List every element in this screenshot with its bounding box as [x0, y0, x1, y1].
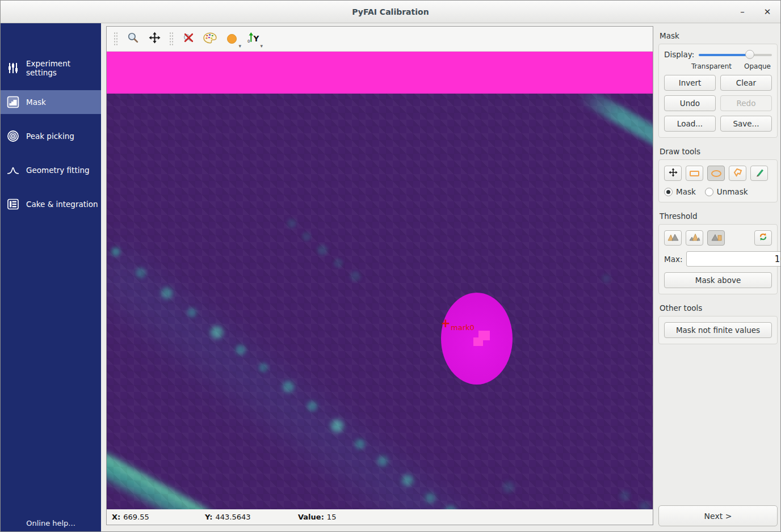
sidebar-item-label: Experiment settings — [26, 59, 101, 77]
sidebar-item-label: Geometry fitting — [26, 166, 90, 175]
other-tools-section-title: Other tools — [660, 303, 778, 313]
pan-tool-button[interactable] — [145, 31, 163, 48]
clear-button[interactable]: Clear — [720, 75, 772, 91]
mask-color-button[interactable]: ▾ — [222, 31, 241, 48]
sidebar-item-geometry-fitting[interactable]: Geometry fitting — [1, 158, 101, 182]
plot-panel: ▾ Y0 ▾ + mark0 X:669.55 — [106, 26, 653, 525]
sidebar-item-cake-integration[interactable]: Cake & integration — [1, 192, 101, 216]
mask-between-threshold-button[interactable] — [686, 230, 703, 246]
mask-histogram-icon — [6, 95, 20, 109]
y-axis-orientation-icon: Y0 — [247, 32, 260, 46]
zoom-tool-button[interactable] — [124, 31, 142, 48]
unmask-radio[interactable]: Unmask — [705, 187, 748, 196]
next-button[interactable]: Next > — [658, 505, 778, 526]
toolbar-grip — [169, 32, 174, 47]
window-controls: – ✕ — [736, 1, 774, 23]
transparent-label: Transparent — [691, 62, 732, 70]
svg-text:Y: Y — [253, 34, 259, 43]
mask-above-histogram-icon — [711, 233, 722, 243]
sidebar-item-experiment-settings[interactable]: Experiment settings — [1, 56, 101, 80]
mask-between-histogram-icon — [689, 233, 700, 243]
other-tools-groupbox: Mask not finite values — [658, 316, 778, 344]
invert-button[interactable]: Invert — [664, 75, 716, 91]
mask-above-button[interactable]: Mask above — [664, 272, 772, 288]
ellipse-icon — [711, 170, 721, 177]
threshold-groupbox: Max: Mask above — [658, 224, 778, 294]
threshold-max-input[interactable] — [686, 251, 781, 267]
cursor-value-readout: Value:15 — [298, 513, 336, 521]
plot-statusbar: X:669.55 Y:443.5643 Value:15 — [107, 509, 653, 525]
mask-above-threshold-button[interactable] — [707, 230, 725, 246]
hot-pixel-spot — [473, 337, 483, 346]
concentric-rings-icon — [6, 129, 20, 143]
window-title: PyFAI Calibration — [352, 7, 429, 16]
mask-groupbox: Display: Transparent Opaque Invert Clear… — [658, 44, 778, 138]
rectangle-icon — [690, 171, 699, 176]
rectangle-tool-button[interactable] — [686, 166, 703, 181]
sidebar-item-peak-picking[interactable]: Peak picking — [1, 124, 101, 148]
radio-circle — [705, 188, 713, 196]
refresh-histogram-button[interactable] — [754, 230, 772, 246]
cursor-y-readout: Y:443.5643 — [205, 513, 298, 521]
draw-tools-section-title: Draw tools — [660, 147, 778, 156]
title-bar: PyFAI Calibration – ✕ — [1, 1, 780, 23]
mask-radio-label: Mask — [676, 187, 696, 196]
pan-draw-tool-button[interactable] — [664, 166, 682, 181]
close-button[interactable]: ✕ — [761, 6, 774, 18]
unmask-radio-label: Unmask — [717, 187, 748, 196]
peak-curve-icon — [6, 163, 20, 177]
mask-not-finite-button[interactable]: Mask not finite values — [664, 322, 772, 338]
svg-text:0: 0 — [247, 39, 250, 44]
sidebar-item-label: Cake & integration — [26, 200, 98, 209]
radio-circle — [664, 188, 673, 196]
mask-radio[interactable]: Mask — [664, 187, 696, 196]
zoom-icon — [127, 32, 139, 46]
ellipse-tool-button[interactable] — [707, 166, 725, 181]
pan-icon — [149, 32, 161, 46]
zoom-reset-icon — [183, 32, 195, 46]
sliders-icon — [6, 61, 20, 75]
colormap-button[interactable] — [201, 31, 219, 48]
app-window: PyFAI Calibration – ✕ Experiment setting… — [0, 0, 781, 532]
detector-image-canvas[interactable]: + mark0 — [107, 52, 653, 509]
minimize-button[interactable]: – — [736, 6, 749, 18]
zoom-reset-button[interactable] — [179, 31, 198, 48]
polygon-icon — [733, 168, 743, 179]
mark0-cross-icon: + — [439, 317, 452, 330]
mask-below-histogram-icon — [667, 233, 679, 243]
chevron-down-icon: ▾ — [260, 43, 263, 49]
cake-integration-icon — [6, 197, 20, 211]
refresh-icon — [758, 232, 768, 244]
pencil-tool-button[interactable] — [750, 166, 768, 181]
save-button[interactable]: Save... — [720, 116, 772, 132]
mask-opacity-slider[interactable] — [699, 50, 772, 59]
sidebar-item-label: Peak picking — [26, 132, 74, 141]
pan-icon — [669, 168, 678, 179]
mask-section-title: Mask — [660, 31, 778, 40]
slider-fill — [699, 54, 750, 56]
chevron-down-icon: ▾ — [238, 43, 241, 49]
sidebar-item-mask[interactable]: Mask — [1, 90, 101, 114]
opaque-label: Opaque — [744, 62, 771, 70]
pixel-grid-overlay — [107, 52, 653, 509]
polygon-tool-button[interactable] — [729, 166, 746, 181]
threshold-section-title: Threshold — [660, 212, 778, 221]
load-button[interactable]: Load... — [664, 116, 716, 132]
y-axis-orientation-button[interactable]: Y0 ▾ — [244, 31, 262, 48]
max-label: Max: — [664, 255, 682, 264]
colormap-palette-icon — [203, 32, 217, 46]
online-help-link[interactable]: Online help... — [1, 519, 101, 532]
mark0-label: mark0 — [451, 323, 475, 332]
mask-below-threshold-button[interactable] — [664, 230, 682, 246]
sidebar-items: Experiment settings Mask Peak picking Ge… — [1, 56, 101, 226]
mask-color-circle-icon — [227, 34, 237, 44]
pencil-icon — [754, 167, 764, 179]
cursor-x-readout: X:669.55 — [112, 513, 205, 521]
sidebar-item-label: Mask — [26, 98, 46, 107]
slider-handle[interactable] — [745, 50, 754, 59]
undo-button[interactable]: Undo — [664, 95, 716, 111]
sidebar: Experiment settings Mask Peak picking Ge… — [1, 23, 101, 532]
plot-toolbar: ▾ Y0 ▾ — [107, 27, 653, 52]
toolbar-grip — [114, 32, 118, 47]
display-label: Display: — [664, 50, 694, 59]
